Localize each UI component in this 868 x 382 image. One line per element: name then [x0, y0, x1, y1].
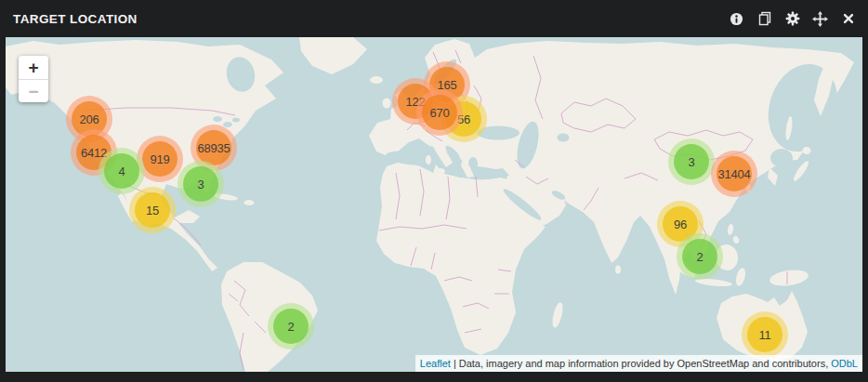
cluster-count: 11 [758, 328, 770, 342]
cluster-count: 31404 [717, 167, 750, 181]
zoom-in-button[interactable]: + [19, 56, 48, 79]
close-icon [842, 12, 855, 25]
settings-button[interactable] [782, 8, 803, 30]
cluster-marker[interactable]: 670 [416, 89, 463, 136]
attribution-text: Data, imagery and map information provid… [459, 358, 675, 369]
cluster-count: 919 [150, 152, 169, 166]
attribution-suffix: and contributors, [752, 358, 828, 369]
panel-toolbar [726, 8, 859, 30]
odbl-link[interactable]: ODbL [831, 358, 858, 369]
cluster-count: 68935 [197, 141, 230, 155]
leaflet-link[interactable]: Leaflet [420, 358, 451, 369]
close-button[interactable] [837, 8, 859, 30]
move-icon [812, 11, 828, 27]
panel-header: TARGET LOCATION [0, 0, 868, 37]
cluster-count: 2 [287, 320, 294, 334]
zoom-out-button[interactable]: − [19, 79, 48, 102]
panel-title: TARGET LOCATION [13, 12, 138, 26]
cluster-marker[interactable]: 11 [742, 311, 788, 358]
gear-icon [785, 11, 800, 26]
cluster-marker[interactable]: 31404 [711, 151, 757, 197]
cluster-marker[interactable]: 4 [99, 148, 145, 194]
cluster-layer: 2066412919689354315165122566703314049622… [6, 37, 862, 372]
cluster-marker[interactable]: 15 [129, 187, 176, 233]
cluster-count: 4 [118, 165, 125, 178]
cluster-count: 2 [696, 250, 703, 264]
zoom-control: + − [19, 56, 48, 102]
map-container[interactable]: 2066412919689354315165122566703314049622… [6, 37, 862, 372]
cluster-marker[interactable]: 3 [178, 161, 224, 207]
cluster-count: 3 [197, 178, 204, 191]
duplicate-button[interactable] [754, 8, 775, 30]
cluster-count: 96 [674, 217, 687, 231]
cluster-count: 15 [146, 204, 159, 217]
cluster-count: 3 [688, 155, 694, 169]
attribution-separator: | [454, 358, 456, 369]
info-icon [730, 12, 743, 26]
move-button[interactable] [809, 8, 831, 30]
cluster-count: 670 [429, 106, 449, 120]
cluster-marker[interactable]: 2 [268, 303, 314, 349]
attribution-osm: OpenStreetMap [677, 358, 750, 369]
map-attribution: Leaflet|Data, imagery and map informatio… [415, 355, 862, 372]
cluster-marker[interactable]: 2 [677, 233, 723, 280]
cluster-marker[interactable]: 3 [668, 138, 715, 185]
duplicate-icon [757, 11, 772, 26]
target-location-panel: TARGET LOCATION [0, 0, 868, 382]
info-button[interactable] [726, 8, 747, 30]
cluster-count: 206 [79, 112, 99, 126]
